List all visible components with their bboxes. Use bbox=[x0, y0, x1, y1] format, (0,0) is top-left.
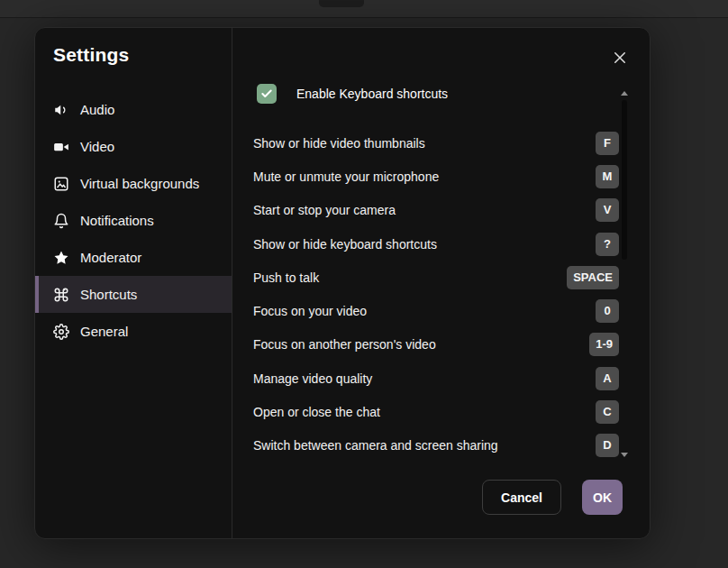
enable-shortcuts-label: Enable Keyboard shortcuts bbox=[296, 87, 448, 101]
close-icon bbox=[612, 50, 628, 66]
key-badge: 1-9 bbox=[589, 333, 619, 356]
sidebar-nav: Audio Video bbox=[35, 91, 232, 350]
shortcut-row: Open or close the chat C bbox=[253, 395, 619, 428]
shortcut-row: Switch between camera and screen sharing… bbox=[253, 429, 619, 463]
key-badge: C bbox=[596, 400, 619, 424]
shortcut-action: Show or hide keyboard shortcuts bbox=[253, 237, 437, 252]
shortcut-action: Open or close the chat bbox=[253, 405, 380, 419]
background-top-bar bbox=[0, 0, 728, 18]
key-badge: D bbox=[596, 434, 619, 457]
key-badge: SPACE bbox=[567, 266, 619, 289]
sidebar-item-label: Shortcuts bbox=[80, 287, 137, 302]
sidebar-item-label: Audio bbox=[80, 102, 114, 117]
page-title: Settings bbox=[35, 28, 232, 66]
ok-button[interactable]: OK bbox=[582, 480, 623, 515]
scrollbar-thumb[interactable] bbox=[622, 100, 627, 260]
sidebar-item-general[interactable]: General bbox=[35, 313, 232, 350]
gear-icon bbox=[53, 324, 69, 340]
shortcut-row: Push to talk SPACE bbox=[253, 261, 619, 294]
cancel-button[interactable]: Cancel bbox=[482, 480, 561, 515]
screen: Settings Audio bbox=[0, 0, 728, 568]
shortcut-action: Show or hide video thumbnails bbox=[253, 136, 425, 151]
sidebar-item-label: Moderator bbox=[80, 250, 141, 265]
close-button[interactable] bbox=[610, 48, 630, 68]
key-badge: ? bbox=[596, 233, 619, 256]
shortcut-row: Focus on your video 0 bbox=[253, 294, 619, 327]
scroll-up-icon[interactable] bbox=[621, 91, 628, 96]
sidebar-item-moderator[interactable]: Moderator bbox=[35, 239, 232, 276]
shortcut-row: Start or stop your camera V bbox=[253, 194, 619, 227]
key-badge: A bbox=[596, 367, 619, 390]
shortcuts-panel: Enable Keyboard shortcuts Show or hide v… bbox=[232, 28, 650, 538]
video-camera-icon bbox=[53, 139, 69, 155]
speaker-icon bbox=[53, 102, 69, 118]
shortcut-action: Mute or unmute your microphone bbox=[253, 169, 439, 184]
dialog-footer: Cancel OK bbox=[482, 480, 623, 515]
key-badge: M bbox=[596, 165, 619, 188]
sidebar-item-audio[interactable]: Audio bbox=[35, 91, 232, 128]
settings-sidebar: Settings Audio bbox=[35, 28, 232, 538]
sidebar-item-label: Virtual backgrounds bbox=[80, 176, 199, 191]
shortcut-action: Start or stop your camera bbox=[253, 203, 396, 217]
enable-shortcuts-row: Enable Keyboard shortcuts bbox=[257, 84, 448, 104]
shortcut-row: Focus on another person's video 1-9 bbox=[253, 328, 619, 362]
settings-dialog: Settings Audio bbox=[34, 27, 651, 539]
shortcut-row: Mute or unmute your microphone M bbox=[253, 160, 619, 193]
shortcut-row: Show or hide keyboard shortcuts ? bbox=[253, 227, 619, 261]
enable-shortcuts-checkbox[interactable] bbox=[257, 84, 277, 104]
sidebar-item-label: Notifications bbox=[80, 213, 154, 228]
scrollbar[interactable] bbox=[621, 89, 628, 459]
shortcut-action: Focus on your video bbox=[253, 304, 367, 318]
key-badge: V bbox=[596, 198, 619, 222]
shortcut-action: Manage video quality bbox=[253, 371, 372, 386]
sidebar-item-shortcuts[interactable]: Shortcuts bbox=[35, 276, 232, 313]
shortcut-action: Focus on another person's video bbox=[253, 337, 436, 352]
sidebar-item-video[interactable]: Video bbox=[35, 128, 232, 165]
shortcut-action: Switch between camera and screen sharing bbox=[253, 438, 498, 453]
star-icon bbox=[53, 250, 69, 266]
shortcut-action: Push to talk bbox=[253, 270, 319, 285]
scroll-down-icon[interactable] bbox=[621, 453, 628, 457]
shortcut-list: Show or hide video thumbnails F Mute or … bbox=[253, 126, 619, 463]
sidebar-item-label: Video bbox=[80, 139, 114, 154]
bell-icon bbox=[53, 213, 69, 229]
checkmark-icon bbox=[260, 87, 273, 100]
key-badge: 0 bbox=[596, 299, 619, 323]
sidebar-item-virtual-backgrounds[interactable]: Virtual backgrounds bbox=[35, 165, 232, 202]
key-badge: F bbox=[596, 132, 619, 155]
shortcut-row: Show or hide video thumbnails F bbox=[253, 126, 619, 160]
command-icon bbox=[53, 287, 69, 303]
sidebar-item-notifications[interactable]: Notifications bbox=[35, 202, 232, 239]
sidebar-item-label: General bbox=[80, 324, 128, 339]
top-tab bbox=[319, 0, 364, 7]
shortcut-row: Manage video quality A bbox=[253, 362, 619, 395]
image-icon bbox=[53, 176, 69, 192]
